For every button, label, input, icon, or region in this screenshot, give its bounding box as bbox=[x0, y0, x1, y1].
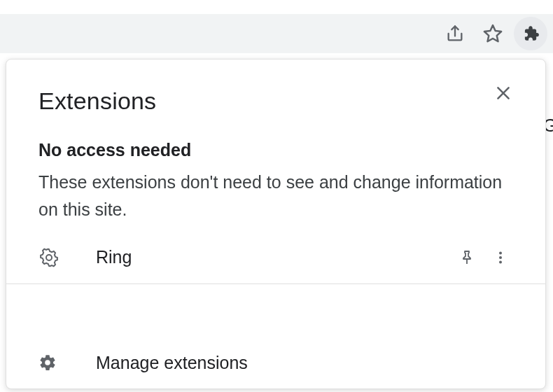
svg-point-5 bbox=[499, 251, 502, 254]
close-button[interactable] bbox=[489, 79, 517, 107]
pin-button[interactable] bbox=[450, 241, 484, 274]
manage-extensions-label: Manage extensions bbox=[64, 353, 248, 373]
extension-more-button[interactable] bbox=[484, 241, 517, 274]
extension-item-icon bbox=[38, 247, 64, 268]
svg-point-7 bbox=[499, 260, 502, 263]
svg-marker-0 bbox=[484, 25, 501, 41]
footer-icon bbox=[38, 354, 64, 372]
popup-title: Extensions bbox=[38, 88, 156, 115]
popup-body: Extensions No access needed These extens… bbox=[6, 59, 545, 337]
gear-solid-icon bbox=[38, 354, 57, 372]
star-icon bbox=[482, 23, 503, 44]
extension-row[interactable]: Ring bbox=[38, 239, 517, 276]
divider bbox=[6, 284, 545, 284]
extensions-button[interactable] bbox=[514, 17, 547, 50]
share-icon bbox=[445, 24, 465, 43]
section-heading: No access needed bbox=[38, 140, 517, 160]
popup-header: Extensions bbox=[38, 76, 517, 115]
share-button[interactable] bbox=[438, 17, 472, 50]
extension-name: Ring bbox=[64, 247, 450, 267]
extensions-popup: Extensions No access needed These extens… bbox=[6, 59, 546, 389]
manage-extensions-row[interactable]: Manage extensions bbox=[6, 337, 545, 388]
gear-outline-icon bbox=[38, 247, 59, 268]
svg-point-3 bbox=[46, 255, 52, 260]
svg-point-6 bbox=[499, 256, 502, 259]
close-icon bbox=[494, 84, 512, 102]
browser-toolbar bbox=[0, 0, 553, 55]
puzzle-icon bbox=[522, 24, 540, 43]
pin-icon bbox=[458, 249, 475, 266]
toolbar-actions bbox=[438, 17, 547, 50]
more-vert-icon bbox=[492, 249, 509, 266]
section-description: These extensions don't need to see and c… bbox=[38, 169, 517, 223]
bookmark-button[interactable] bbox=[476, 17, 510, 50]
